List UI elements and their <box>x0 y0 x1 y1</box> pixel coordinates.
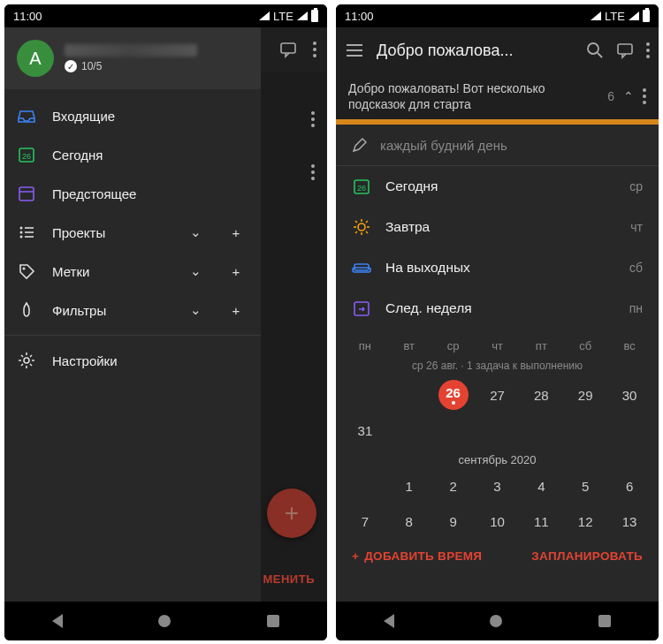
cal-day[interactable]: 28 <box>519 377 563 413</box>
chevron-down-icon[interactable]: ⌄ <box>183 224 208 240</box>
bg-row-more[interactable] <box>256 98 327 140</box>
status-right: LTE <box>591 10 650 23</box>
wd: чт <box>476 334 520 358</box>
chevron-down-icon[interactable]: ⌄ <box>183 302 208 318</box>
cal-day[interactable]: 11 <box>519 504 563 539</box>
cal-day[interactable]: 5 <box>563 468 607 504</box>
network-label: LTE <box>605 10 625 23</box>
nav-back[interactable] <box>384 614 394 628</box>
quick-tomorrow[interactable]: Завтра чт <box>336 207 659 247</box>
cal-today-num: 26 <box>446 385 461 400</box>
nav-recent[interactable] <box>598 615 611 627</box>
sun-icon <box>352 217 371 237</box>
drawer-header[interactable]: A ✓ 10/5 <box>4 27 261 89</box>
bg-action-text[interactable]: МЕНИТЬ <box>263 572 315 586</box>
cal-day[interactable]: 10 <box>476 504 520 539</box>
cal-day[interactable]: 6 <box>607 468 652 504</box>
subheader-text: Добро пожаловать! Вот несколько подсказо… <box>348 80 598 112</box>
nav-back[interactable] <box>52 614 63 628</box>
add-project-icon[interactable]: + <box>224 225 248 240</box>
cal-day[interactable]: 13 <box>607 504 652 539</box>
svg-line-41 <box>355 221 357 223</box>
nav-inbox[interactable]: Входящие <box>4 96 261 135</box>
page-title: Добро пожалова... <box>377 42 574 60</box>
quick-today-day: ср <box>629 179 643 193</box>
schedule-button[interactable]: ЗАПЛАНИРОВАТЬ <box>531 549 643 563</box>
network-label: LTE <box>273 10 293 23</box>
svg-point-31 <box>643 88 646 92</box>
cal-day <box>343 377 387 413</box>
cal-day[interactable]: 30 <box>607 377 652 413</box>
cal-day[interactable]: 29 <box>563 377 607 413</box>
more-icon[interactable] <box>313 42 316 57</box>
chevron-down-icon[interactable]: ⌄ <box>183 263 208 279</box>
quick-tomorrow-label: Завтра <box>385 219 616 235</box>
cal-day[interactable]: 2 <box>431 468 476 504</box>
svg-point-33 <box>643 101 646 104</box>
comment-icon[interactable] <box>616 42 634 59</box>
svg-rect-12 <box>19 187 34 201</box>
status-bar: 11:00 LTE <box>4 4 327 27</box>
svg-point-20 <box>23 268 26 270</box>
nav-projects[interactable]: Проекты ⌄ + <box>4 213 261 252</box>
phone-right: 11:00 LTE Добро пожалова... Добро пожало… <box>336 4 659 640</box>
comment-icon[interactable] <box>279 41 297 58</box>
svg-point-6 <box>311 124 315 127</box>
divider <box>4 335 261 336</box>
cal-day[interactable]: 8 <box>387 504 431 539</box>
chevron-up-icon[interactable]: ⌃ <box>623 88 634 104</box>
cal-day-today[interactable]: 26 <box>431 377 476 413</box>
bg-row-more-2[interactable] <box>256 151 327 193</box>
calendar-week1: 26 27 28 29 30 <box>343 377 652 413</box>
wd: пт <box>519 334 563 358</box>
calendar-month: сентябрь 2020 <box>343 448 652 468</box>
nav-today[interactable]: 26 Сегодня <box>4 135 261 174</box>
nav-recent[interactable] <box>267 615 279 627</box>
cal-day[interactable]: 31 <box>343 413 387 448</box>
schedule-input-placeholder: каждый будний день <box>380 138 507 153</box>
stats-text: 10/5 <box>81 60 102 72</box>
add-label-icon[interactable]: + <box>224 264 248 279</box>
add-time-button[interactable]: + ДОБАВИТЬ ВРЕМЯ <box>352 549 482 563</box>
quick-weekend[interactable]: На выходных сб <box>336 247 659 288</box>
add-filter-icon[interactable]: + <box>224 303 248 318</box>
more-icon[interactable] <box>646 42 650 58</box>
cal-day[interactable]: 1 <box>387 468 431 504</box>
nav-home[interactable] <box>490 615 502 627</box>
schedule-input[interactable]: каждый будний день <box>336 125 659 166</box>
calendar-upcoming-icon <box>17 184 36 203</box>
menu-icon[interactable] <box>345 42 364 58</box>
search-icon[interactable] <box>586 42 604 59</box>
cal-day[interactable]: 3 <box>476 468 520 504</box>
cal-day[interactable]: 27 <box>476 377 520 413</box>
fab-add[interactable]: + <box>267 489 316 538</box>
nav-home[interactable] <box>158 615 171 627</box>
nav-filters[interactable]: Фильтры ⌄ + <box>4 291 261 330</box>
nav-labels[interactable]: Метки ⌄ + <box>4 252 261 291</box>
svg-point-3 <box>313 54 316 57</box>
check-icon: ✓ <box>65 60 77 72</box>
more-icon <box>311 164 315 180</box>
cal-day[interactable]: 12 <box>563 504 607 539</box>
user-name-blurred <box>65 44 197 57</box>
more-icon[interactable] <box>643 88 646 104</box>
nav-upcoming-label: Предстоящее <box>52 186 248 201</box>
nav-projects-label: Проекты <box>52 225 167 240</box>
cal-day[interactable]: 7 <box>343 504 387 539</box>
nav-settings[interactable]: Настройки <box>4 341 261 380</box>
signal-icon <box>591 11 601 20</box>
cal-day[interactable]: 4 <box>519 468 563 504</box>
more-icon <box>311 111 315 127</box>
cal-day[interactable]: 9 <box>431 504 476 539</box>
quick-today[interactable]: 26 Сегодня ср <box>336 166 659 207</box>
nav-upcoming[interactable]: Предстоящее <box>4 174 261 213</box>
svg-point-4 <box>311 111 315 115</box>
toolbar: Добро пожалова... <box>336 27 659 73</box>
nav-drawer: A ✓ 10/5 Входящие <box>4 27 261 602</box>
battery-icon <box>311 10 318 22</box>
gear-icon <box>17 351 36 370</box>
wd: вс <box>607 334 652 358</box>
calendar-week3: 1 2 3 4 5 6 <box>343 468 652 504</box>
screen-left: + МЕНИТЬ A ✓ 10/5 Входящие <box>4 27 327 602</box>
quick-next-week[interactable]: След. неделя пн <box>336 288 659 329</box>
